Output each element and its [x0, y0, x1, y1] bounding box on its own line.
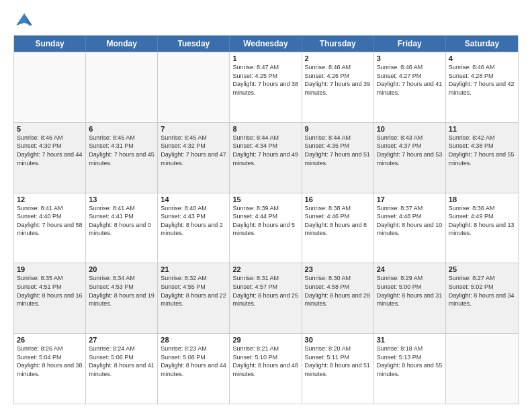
daylight-text: Daylight: 8 hours and 5 minutes. — [232, 222, 295, 237]
sunset-text: Sunset: 5:02 PM — [449, 283, 494, 290]
sunrise-text: Sunrise: 8:23 AM — [161, 345, 207, 352]
day-number: 26 — [17, 336, 83, 344]
daylight-text: Daylight: 7 hours and 55 minutes. — [449, 151, 515, 167]
sunrise-text: Sunrise: 8:37 AM — [377, 205, 423, 212]
calendar-cell: 14Sunrise: 8:40 AMSunset: 4:43 PMDayligh… — [158, 193, 230, 263]
sunset-text: Sunset: 4:25 PM — [232, 73, 277, 79]
daylight-text: Daylight: 8 hours and 19 minutes. — [89, 292, 154, 308]
sunrise-text: Sunrise: 8:45 AM — [161, 134, 207, 141]
sunset-text: Sunset: 4:57 PM — [232, 283, 277, 290]
day-number: 15 — [232, 195, 298, 203]
day-number: 28 — [161, 336, 226, 344]
sunset-text: Sunset: 5:11 PM — [305, 354, 350, 361]
sunset-text: Sunset: 4:41 PM — [89, 213, 134, 220]
day-number: 13 — [89, 195, 154, 203]
cell-detail: Sunrise: 8:35 AMSunset: 4:51 PMDaylight:… — [17, 274, 83, 308]
cell-detail: Sunrise: 8:24 AMSunset: 5:06 PMDaylight:… — [89, 345, 154, 378]
daylight-text: Daylight: 8 hours and 8 minutes. — [305, 222, 367, 237]
sunrise-text: Sunrise: 8:47 AM — [232, 64, 279, 71]
daylight-text: Daylight: 7 hours and 41 minutes. — [377, 81, 443, 96]
cell-detail: Sunrise: 8:26 AMSunset: 5:04 PMDaylight:… — [17, 345, 83, 378]
sunset-text: Sunset: 4:43 PM — [161, 213, 206, 220]
daylight-text: Daylight: 7 hours and 49 minutes. — [232, 151, 298, 167]
daylight-text: Daylight: 8 hours and 44 minutes. — [161, 362, 226, 377]
header-day-thursday: Thursday — [302, 36, 374, 52]
day-number: 31 — [377, 336, 443, 344]
calendar-week-5: 26Sunrise: 8:26 AMSunset: 5:04 PMDayligh… — [14, 333, 518, 404]
calendar-cell: 26Sunrise: 8:26 AMSunset: 5:04 PMDayligh… — [14, 334, 86, 404]
sunset-text: Sunset: 4:49 PM — [449, 213, 494, 220]
cell-detail: Sunrise: 8:45 AMSunset: 4:32 PMDaylight:… — [161, 134, 226, 167]
sunset-text: Sunset: 4:35 PM — [305, 142, 350, 149]
calendar-week-2: 5Sunrise: 8:46 AMSunset: 4:30 PMDaylight… — [14, 122, 518, 193]
cell-detail: Sunrise: 8:27 AMSunset: 5:02 PMDaylight:… — [449, 274, 515, 308]
sunset-text: Sunset: 4:27 PM — [377, 73, 422, 79]
calendar-cell: 31Sunrise: 8:18 AMSunset: 5:13 PMDayligh… — [374, 334, 446, 404]
calendar-cell: 19Sunrise: 8:35 AMSunset: 4:51 PMDayligh… — [14, 263, 86, 333]
sunrise-text: Sunrise: 8:20 AM — [305, 345, 351, 352]
cell-detail: Sunrise: 8:44 AMSunset: 4:34 PMDaylight:… — [232, 134, 298, 167]
day-number: 25 — [449, 265, 515, 273]
sunset-text: Sunset: 5:06 PM — [89, 354, 134, 361]
calendar-cell — [446, 334, 518, 404]
day-number: 3 — [377, 54, 443, 62]
sunrise-text: Sunrise: 8:21 AM — [232, 345, 279, 352]
cell-detail: Sunrise: 8:41 AMSunset: 4:41 PMDaylight:… — [89, 204, 154, 238]
header-day-saturday: Saturday — [446, 36, 518, 52]
sunrise-text: Sunrise: 8:24 AM — [89, 345, 135, 352]
calendar-cell: 23Sunrise: 8:30 AMSunset: 4:58 PMDayligh… — [302, 263, 374, 333]
calendar-cell: 8Sunrise: 8:44 AMSunset: 4:34 PMDaylight… — [230, 123, 302, 193]
daylight-text: Daylight: 7 hours and 45 minutes. — [89, 151, 154, 167]
daylight-text: Daylight: 8 hours and 22 minutes. — [161, 292, 226, 308]
day-number: 24 — [377, 265, 443, 273]
day-number: 6 — [89, 125, 154, 133]
daylight-text: Daylight: 8 hours and 34 minutes. — [449, 292, 515, 308]
cell-detail: Sunrise: 8:43 AMSunset: 4:37 PMDaylight:… — [377, 134, 443, 167]
sunrise-text: Sunrise: 8:27 AM — [449, 275, 495, 281]
daylight-text: Daylight: 8 hours and 38 minutes. — [17, 362, 83, 377]
daylight-text: Daylight: 8 hours and 0 minutes. — [89, 222, 151, 237]
header-day-monday: Monday — [86, 36, 158, 52]
day-number: 23 — [305, 265, 371, 273]
calendar-header: SundayMondayTuesdayWednesdayThursdayFrid… — [14, 36, 518, 52]
daylight-text: Daylight: 7 hours and 39 minutes. — [305, 81, 371, 96]
sunset-text: Sunset: 4:34 PM — [232, 142, 277, 149]
cell-detail: Sunrise: 8:46 AMSunset: 4:30 PMDaylight:… — [17, 134, 83, 167]
sunrise-text: Sunrise: 8:42 AM — [449, 134, 495, 141]
sunset-text: Sunset: 4:44 PM — [232, 213, 277, 220]
cell-detail: Sunrise: 8:31 AMSunset: 4:57 PMDaylight:… — [232, 274, 298, 308]
day-number: 7 — [161, 125, 226, 133]
calendar-cell — [14, 52, 86, 122]
calendar-cell: 18Sunrise: 8:36 AMSunset: 4:49 PMDayligh… — [446, 193, 518, 263]
cell-detail: Sunrise: 8:45 AMSunset: 4:31 PMDaylight:… — [89, 134, 154, 167]
sunrise-text: Sunrise: 8:36 AM — [449, 205, 495, 212]
sunset-text: Sunset: 5:10 PM — [232, 354, 277, 361]
sunset-text: Sunset: 4:28 PM — [449, 73, 494, 79]
daylight-text: Daylight: 7 hours and 44 minutes. — [17, 151, 83, 167]
daylight-text: Daylight: 8 hours and 28 minutes. — [305, 292, 371, 308]
day-number: 11 — [449, 125, 515, 133]
calendar-week-4: 19Sunrise: 8:35 AMSunset: 4:51 PMDayligh… — [14, 263, 518, 333]
day-number: 29 — [232, 336, 298, 344]
sunset-text: Sunset: 4:46 PM — [305, 213, 350, 220]
cell-detail: Sunrise: 8:20 AMSunset: 5:11 PMDaylight:… — [305, 345, 371, 378]
daylight-text: Daylight: 7 hours and 53 minutes. — [377, 151, 443, 167]
calendar-cell: 4Sunrise: 8:46 AMSunset: 4:28 PMDaylight… — [446, 52, 518, 122]
daylight-text: Daylight: 8 hours and 2 minutes. — [161, 222, 223, 237]
sunset-text: Sunset: 5:08 PM — [161, 354, 206, 361]
sunrise-text: Sunrise: 8:35 AM — [17, 275, 63, 281]
day-number: 18 — [449, 195, 515, 203]
sunrise-text: Sunrise: 8:41 AM — [17, 205, 63, 212]
calendar-cell: 5Sunrise: 8:46 AMSunset: 4:30 PMDaylight… — [14, 123, 86, 193]
daylight-text: Daylight: 8 hours and 55 minutes. — [377, 362, 443, 377]
daylight-text: Daylight: 8 hours and 48 minutes. — [232, 362, 298, 377]
day-number: 21 — [161, 265, 226, 273]
sunset-text: Sunset: 4:30 PM — [17, 142, 62, 149]
sunset-text: Sunset: 4:38 PM — [449, 142, 494, 149]
calendar-cell: 20Sunrise: 8:34 AMSunset: 4:53 PMDayligh… — [86, 263, 158, 333]
day-number: 8 — [232, 125, 298, 133]
header-day-friday: Friday — [374, 36, 446, 52]
day-number: 22 — [232, 265, 298, 273]
daylight-text: Daylight: 8 hours and 16 minutes. — [17, 292, 83, 308]
day-number: 2 — [305, 54, 371, 62]
